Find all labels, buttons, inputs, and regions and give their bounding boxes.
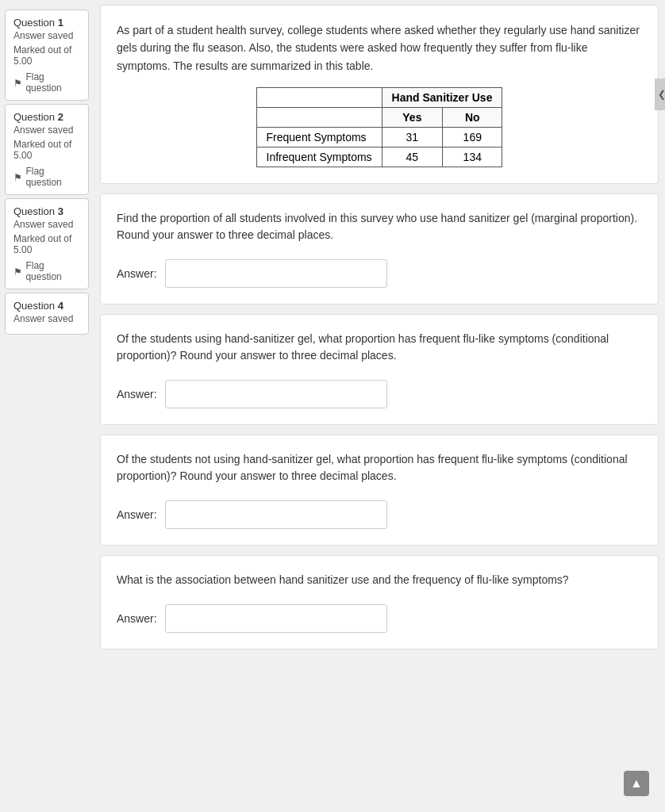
data-table: Hand Sanitizer Use Yes No Frequent Sympt… <box>256 87 503 167</box>
answer-input-q3[interactable] <box>165 500 387 529</box>
sidebar-item-q1[interactable]: Question 1 Answer saved Marked out of 5.… <box>5 10 89 101</box>
answer-label-q2: Answer: <box>117 388 157 400</box>
answer-row-q3: Answer: <box>117 500 642 529</box>
table-col-header: Hand Sanitizer Use <box>382 88 502 108</box>
sidebar-item-q4[interactable]: Question 4 Answer saved <box>5 293 89 335</box>
question-text-q2: Of the students using hand-sanitizer gel… <box>117 331 642 364</box>
table-col-yes: Yes <box>382 108 443 128</box>
table-row2-yes: 45 <box>382 147 443 167</box>
answer-saved-q4: Answer saved <box>13 313 80 324</box>
table-row1-yes: 31 <box>382 128 443 147</box>
sidebar-item-q3[interactable]: Question 3 Answer saved Marked out of 5.… <box>5 198 89 289</box>
flag-icon-q1: ⚑ <box>13 78 22 87</box>
answer-saved-q3: Answer saved <box>13 219 80 230</box>
flag-icon-q3: ⚑ <box>13 266 22 276</box>
question-block-q2: Of the students using hand-sanitizer gel… <box>100 314 659 425</box>
collapse-button[interactable]: ❮ <box>655 79 665 110</box>
flag-question-q2[interactable]: ⚑ Flag question <box>13 166 80 188</box>
question-block-q3: Of the students not using hand-sanitizer… <box>100 435 659 546</box>
sidebar: Question 1 Answer saved Marked out of 5.… <box>0 0 94 812</box>
answer-row-q4: Answer: <box>117 604 642 633</box>
marked-out-q2: Marked out of 5.00 <box>13 139 80 161</box>
question-block-q1: Find the proportion of all students invo… <box>100 193 659 304</box>
question-text-q4: What is the association between hand san… <box>117 572 642 588</box>
marked-out-q3: Marked out of 5.00 <box>13 233 80 255</box>
question-label-q3: Question 3 <box>13 205 80 217</box>
question-text-q3: Of the students not using hand-sanitizer… <box>117 451 642 485</box>
flag-question-q1[interactable]: ⚑ Flag question <box>13 71 80 94</box>
scroll-to-top-button[interactable]: ▲ <box>624 771 649 796</box>
main-content: As part of a student health survey, coll… <box>94 0 665 812</box>
question-label-q1: Question 1 <box>13 17 80 29</box>
table-row2-label: Infrequent Symptoms <box>256 147 382 167</box>
table-row1-label: Frequent Symptoms <box>256 128 382 147</box>
marked-out-q1: Marked out of 5.00 <box>13 44 80 67</box>
answer-input-q4[interactable] <box>165 604 387 633</box>
question-label-q4: Question 4 <box>13 300 80 312</box>
flag-question-q3[interactable]: ⚑ Flag question <box>13 260 80 282</box>
table-col-no: No <box>443 108 502 128</box>
answer-label-q1: Answer: <box>117 267 157 280</box>
question-text-q1: Find the proportion of all students invo… <box>117 210 642 243</box>
answer-label-q4: Answer: <box>117 612 157 625</box>
flag-icon-q2: ⚑ <box>13 172 22 182</box>
table-row1-no: 169 <box>443 128 502 147</box>
answer-row-q1: Answer: <box>117 259 642 288</box>
answer-row-q2: Answer: <box>117 380 642 408</box>
intro-block: As part of a student health survey, coll… <box>100 5 659 184</box>
answer-input-q1[interactable] <box>165 259 387 288</box>
sidebar-item-q2[interactable]: Question 2 Answer saved Marked out of 5.… <box>5 104 89 195</box>
answer-saved-q1: Answer saved <box>13 30 80 41</box>
table-row2-no: 134 <box>443 147 502 167</box>
answer-input-q2[interactable] <box>165 380 387 408</box>
question-label-q2: Question 2 <box>13 111 80 123</box>
question-block-q4: What is the association between hand san… <box>100 555 659 649</box>
intro-text: As part of a student health survey, coll… <box>117 21 642 75</box>
answer-label-q3: Answer: <box>117 508 157 521</box>
answer-saved-q2: Answer saved <box>13 124 80 136</box>
